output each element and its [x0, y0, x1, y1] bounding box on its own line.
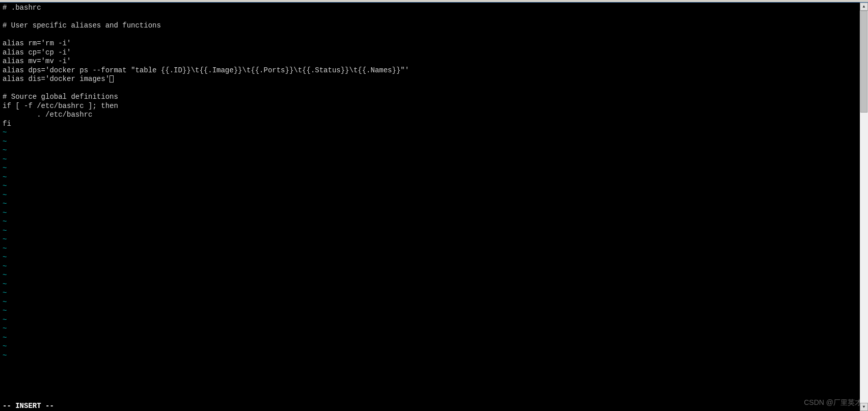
file-line: [3, 84, 865, 93]
empty-line-tilde: ~: [3, 342, 865, 351]
empty-line-tilde: ~: [3, 200, 865, 209]
empty-line-tilde: ~: [3, 334, 865, 343]
empty-line-tilde: ~: [3, 307, 865, 316]
empty-line-tilde: ~: [3, 209, 865, 218]
empty-line-tilde: ~: [3, 316, 865, 325]
file-line: alias dps='docker ps --format "table {{.…: [3, 66, 865, 75]
empty-line-tilde: ~: [3, 298, 865, 307]
empty-line-tilde: ~: [3, 138, 865, 147]
csdn-watermark: CSDN @厂里英才: [804, 398, 862, 407]
file-line: if [ -f /etc/bashrc ]; then: [3, 102, 865, 111]
file-line: alias rm='rm -i': [3, 39, 865, 48]
empty-line-tilde: ~: [3, 280, 865, 289]
empty-line-tilde: ~: [3, 244, 865, 254]
empty-line-tilde: ~: [3, 128, 865, 138]
file-line: alias cp='cp -i': [3, 48, 865, 58]
file-line: # User specific aliases and functions: [3, 21, 865, 31]
file-line: fi: [3, 120, 865, 129]
empty-line-tilde: ~: [3, 182, 865, 191]
empty-line-tilde: ~: [3, 164, 865, 173]
empty-line-tilde: ~: [3, 289, 865, 298]
empty-line-tilde: ~: [3, 227, 865, 236]
empty-line-tilde: ~: [3, 191, 865, 200]
empty-line-tilde: ~: [3, 217, 865, 227]
empty-line-tilde: ~: [3, 235, 865, 244]
file-line: # Source global definitions: [3, 93, 865, 102]
vim-status-mode: -- INSERT --: [3, 402, 54, 411]
empty-line-tilde: ~: [3, 173, 865, 182]
empty-line-tilde: ~: [3, 351, 865, 361]
empty-line-tilde: ~: [3, 271, 865, 280]
editor-content[interactable]: # .bashrc# User specific aliases and fun…: [0, 3, 868, 361]
empty-line-tilde: ~: [3, 253, 865, 262]
vertical-scrollbar[interactable]: ▲ ▼: [860, 3, 868, 411]
file-line: . /etc/bashrc: [3, 111, 865, 120]
scrollbar-thumb[interactable]: [860, 11, 867, 113]
empty-line-tilde: ~: [3, 262, 865, 271]
file-line: alias mv='mv -i': [3, 57, 865, 66]
scrollbar-up-arrow-icon[interactable]: ▲: [860, 3, 868, 11]
empty-line-tilde: ~: [3, 146, 865, 155]
scrollbar-down-arrow-icon[interactable]: ▼: [860, 403, 868, 411]
file-line: [3, 31, 865, 40]
empty-line-tilde: ~: [3, 324, 865, 334]
file-line: # .bashrc: [3, 4, 865, 13]
file-line: alias dis='docker images': [3, 75, 865, 84]
text-cursor: [110, 75, 114, 83]
empty-line-tilde: ~: [3, 155, 865, 165]
file-line: [3, 13, 865, 22]
